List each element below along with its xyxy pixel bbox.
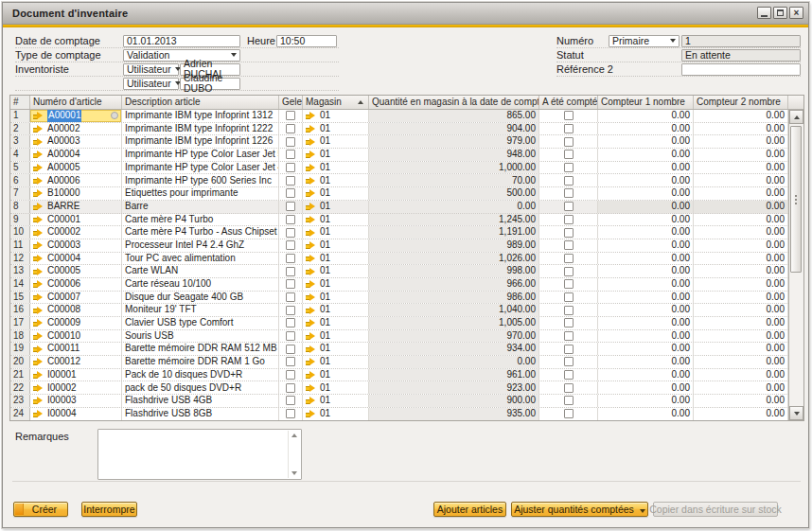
counter1-cell[interactable]: 0.00 [598,265,694,277]
magasin-cell[interactable]: 01 [303,253,369,265]
link-arrow-icon[interactable] [33,371,44,379]
header-compte[interactable]: A été compté [539,96,598,109]
create-button[interactable]: Créer [13,502,68,517]
counter1-cell[interactable]: 0.00 [598,135,694,148]
article-cell[interactable]: C00007 [30,292,122,304]
link-arrow-icon[interactable] [306,358,316,365]
compte-checkbox[interactable] [564,150,574,159]
counter1-cell[interactable]: 0.00 [598,343,694,355]
counter2-cell[interactable]: 0.00 [694,343,788,355]
counter2-cell[interactable]: 0.00 [694,369,788,381]
link-arrow-icon[interactable] [306,138,316,146]
link-arrow-icon[interactable] [306,345,316,353]
geler-checkbox[interactable] [286,292,295,302]
counter1-cell[interactable]: 0.00 [598,110,694,122]
geler-checkbox[interactable] [286,267,295,276]
counter2-cell[interactable]: 0.00 [694,214,788,226]
counter1-cell[interactable]: 0.00 [598,239,694,252]
magasin-cell[interactable]: 01 [303,317,369,329]
counter1-type-combobox[interactable]: Utilisateur [123,63,179,76]
article-cell[interactable]: B10000 [30,187,122,200]
header-description[interactable]: Description article [122,96,279,109]
geler-checkbox[interactable] [286,240,295,250]
compte-checkbox[interactable] [564,383,574,393]
counter1-cell[interactable]: 0.00 [598,330,694,343]
link-arrow-icon[interactable] [33,255,44,262]
counter1-cell[interactable]: 0.00 [598,278,694,291]
link-arrow-icon[interactable] [306,293,316,301]
geler-checkbox[interactable] [286,331,295,341]
header-magasin[interactable]: Magasin [303,96,369,109]
compte-checkbox[interactable] [564,396,574,405]
counter2-cell[interactable]: 0.00 [694,174,788,186]
magasin-cell[interactable]: 01 [303,123,369,135]
compte-checkbox[interactable] [564,409,574,418]
counter1-cell[interactable]: 0.00 [598,214,694,226]
numero-series-combobox[interactable]: Primaire [609,35,680,47]
link-arrow-icon[interactable] [306,216,316,223]
magasin-cell[interactable]: 01 [303,174,369,186]
magasin-cell[interactable]: 01 [303,162,369,174]
compte-checkbox[interactable] [564,215,574,224]
link-arrow-icon[interactable] [306,241,316,249]
article-cell[interactable]: A00005 [30,162,122,174]
article-cell[interactable]: C00006 [30,278,122,291]
link-arrow-icon[interactable] [33,332,44,340]
link-arrow-icon[interactable] [33,280,44,288]
link-arrow-icon[interactable] [33,125,44,133]
counter1-cell[interactable]: 0.00 [598,123,694,135]
article-cell[interactable]: C00005 [30,265,122,277]
remarks-scrollbar[interactable] [288,431,300,478]
link-arrow-icon[interactable] [306,203,316,210]
geler-checkbox[interactable] [286,137,295,147]
magasin-cell[interactable]: 01 [303,187,369,200]
counter2-cell[interactable]: 0.00 [694,162,788,174]
compte-checkbox[interactable] [564,370,574,380]
scroll-down-button[interactable] [789,406,803,420]
scroll-thumb[interactable] [790,126,802,273]
header-qty[interactable]: Quantité en magasin à la date de comptag… [369,96,539,109]
geler-checkbox[interactable] [286,176,295,186]
compte-checkbox[interactable] [564,137,574,147]
counter2-cell[interactable]: 0.00 [694,239,788,252]
geler-checkbox[interactable] [286,383,295,393]
link-arrow-icon[interactable] [306,164,316,171]
counter1-cell[interactable]: 0.00 [598,317,694,329]
article-cell[interactable]: A00002 [30,123,122,135]
article-cell[interactable]: I00004 [30,408,122,420]
link-arrow-icon[interactable] [306,332,316,340]
link-arrow-icon[interactable] [306,319,316,327]
geler-checkbox[interactable] [286,254,295,263]
compte-checkbox[interactable] [564,318,574,327]
article-cell[interactable]: A00001 [30,110,122,122]
maximize-button[interactable] [773,7,787,19]
link-arrow-icon[interactable] [33,216,44,223]
article-cell[interactable]: C00009 [30,317,122,329]
magasin-cell[interactable]: 01 [303,343,369,355]
magasin-cell[interactable]: 01 [303,239,369,252]
magasin-cell[interactable]: 01 [303,395,369,407]
article-cell[interactable]: I00001 [30,369,122,381]
counter2-cell[interactable]: 0.00 [694,226,788,239]
article-cell[interactable]: A00004 [30,149,122,161]
article-cell[interactable]: A00003 [30,135,122,148]
geler-checkbox[interactable] [286,409,295,418]
heure-input[interactable]: 10:50 [276,35,337,47]
magasin-cell[interactable]: 01 [303,265,369,277]
link-arrow-icon[interactable] [306,410,316,417]
compte-checkbox[interactable] [564,228,574,238]
link-arrow-icon[interactable] [33,241,44,249]
counter2-cell[interactable]: 0.00 [694,187,788,200]
article-cell[interactable]: A00006 [30,174,122,186]
counter2-cell[interactable]: 0.00 [694,408,788,420]
counter1-cell[interactable]: 0.00 [598,149,694,161]
counter2-cell[interactable]: 0.00 [694,201,788,213]
link-arrow-icon[interactable] [33,229,44,237]
counter1-cell[interactable]: 0.00 [598,395,694,407]
magasin-cell[interactable]: 01 [303,278,369,291]
link-arrow-icon[interactable] [33,138,44,146]
magasin-cell[interactable]: 01 [303,201,369,213]
scroll-up-button[interactable] [789,110,803,124]
counter1-cell[interactable]: 0.00 [598,162,694,174]
article-cell[interactable]: C00002 [30,226,122,239]
